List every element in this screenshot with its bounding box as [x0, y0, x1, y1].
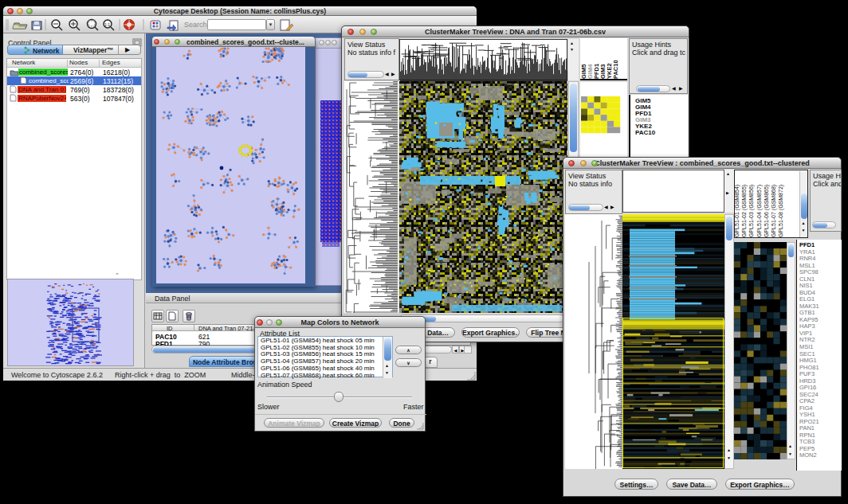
svg-text:1:1: 1:1 — [104, 22, 110, 27]
svg-text:GPL51-04 (GSM857): GPL51-04 (GSM857) — [756, 185, 763, 237]
svg-text:GPL51-07 (GSM868): GPL51-07 (GSM868) — [771, 185, 777, 237]
svg-text:GPL51-03 (GSM856): GPL51-03 (GSM856) — [748, 185, 755, 237]
svg-text:GPL51-08 (GSM872): GPL51-08 (GSM872) — [778, 185, 784, 237]
svg-text:PAC10: PAC10 — [612, 60, 619, 79]
svg-text:GPL51-06 (GSM865): GPL51-06 (GSM865) — [764, 185, 770, 237]
svg-text:GPL51-01 (GSM854): GPL51-01 (GSM854) — [735, 185, 740, 237]
svg-text:GPL51-02 (GSM855): GPL51-02 (GSM855) — [741, 185, 748, 237]
